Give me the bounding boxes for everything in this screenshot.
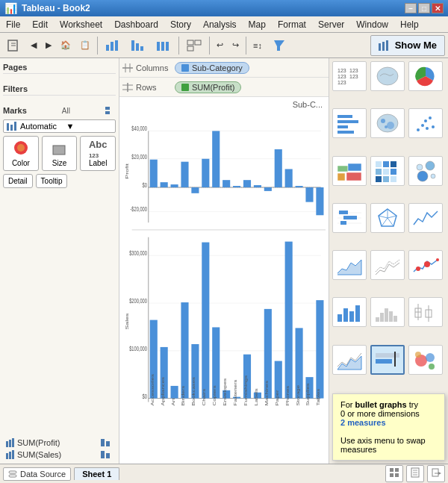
show-me-header-btn[interactable]: Show Me bbox=[370, 35, 445, 56]
rows-icon bbox=[122, 83, 133, 92]
tooltip-btn[interactable]: Tooltip bbox=[36, 174, 68, 188]
menu-dashboard[interactable]: Dashboard bbox=[108, 18, 164, 31]
svg-rect-158 bbox=[339, 211, 348, 214]
menu-window[interactable]: Window bbox=[350, 18, 394, 31]
chart-histogram[interactable] bbox=[370, 297, 405, 327]
dropdown-arrow: ▼ bbox=[66, 122, 113, 131]
toolbar-back[interactable]: ◀ bbox=[27, 38, 40, 52]
chart-symbol-map[interactable] bbox=[370, 108, 405, 138]
svg-rect-67 bbox=[264, 187, 272, 191]
chart-discrete-line[interactable] bbox=[370, 250, 405, 280]
svg-rect-69 bbox=[285, 169, 293, 187]
export-btn[interactable] bbox=[427, 465, 445, 482]
toolbar-new[interactable] bbox=[3, 37, 25, 54]
svg-line-165 bbox=[382, 218, 388, 226]
status-icons bbox=[385, 465, 445, 482]
label-mark-btn[interactable]: Abc123 Label bbox=[80, 136, 116, 171]
chart-treemap[interactable] bbox=[408, 156, 443, 186]
chart-hbar[interactable] bbox=[332, 108, 367, 138]
window-title: Tableau - Book2 bbox=[22, 3, 90, 13]
sheet1-tab[interactable]: Sheet 1 bbox=[74, 467, 119, 480]
size-mark-btn[interactable]: Size bbox=[42, 136, 78, 171]
toolbar-refresh[interactable]: ↩ bbox=[213, 38, 227, 52]
svg-rect-194 bbox=[395, 468, 399, 472]
svg-rect-185 bbox=[376, 359, 392, 364]
chart-line[interactable] bbox=[408, 203, 443, 233]
svg-rect-9 bbox=[157, 42, 160, 51]
page-view-btn[interactable] bbox=[406, 465, 424, 482]
svg-text:Paper: Paper bbox=[275, 390, 279, 406]
toolbar-chart3[interactable] bbox=[152, 37, 175, 54]
chart-gantt[interactable] bbox=[332, 203, 367, 233]
color-mark-btn[interactable]: Color bbox=[3, 136, 39, 171]
rows-pill[interactable]: SUM(Profit) bbox=[175, 81, 241, 93]
chart-packed-bubbles[interactable] bbox=[408, 345, 443, 375]
menu-analysis[interactable]: Analysis bbox=[197, 18, 243, 31]
toolbar-chart2[interactable] bbox=[126, 37, 150, 54]
toolbar-layout[interactable] bbox=[182, 37, 206, 54]
toolbar-copy[interactable]: 📋 bbox=[76, 38, 94, 52]
toolbar-redo[interactable]: ↪ bbox=[228, 38, 243, 52]
dimension-icon bbox=[181, 64, 189, 72]
menu-worksheet[interactable]: Worksheet bbox=[54, 18, 108, 31]
chart-filled-map[interactable] bbox=[332, 156, 367, 186]
detail-btn[interactable]: Detail bbox=[3, 174, 33, 188]
svg-text:Storage: Storage bbox=[296, 385, 300, 406]
marks-type-dropdown[interactable]: Automatic ▼ bbox=[3, 119, 116, 133]
chart-bullet-selected[interactable] bbox=[370, 345, 405, 375]
menu-help[interactable]: Help bbox=[394, 18, 425, 31]
chart-pie[interactable] bbox=[408, 61, 443, 91]
svg-rect-22 bbox=[10, 125, 13, 131]
chart-dual-axis[interactable] bbox=[408, 250, 443, 280]
toolbar-filter[interactable] bbox=[267, 37, 291, 54]
menu-bar: File Edit Worksheet Dashboard Story Anal… bbox=[0, 16, 448, 33]
toolbar-sort[interactable]: ≡↕ bbox=[249, 39, 266, 52]
svg-rect-148 bbox=[376, 176, 382, 182]
chart-polygon[interactable] bbox=[370, 203, 405, 233]
svg-point-154 bbox=[431, 174, 435, 178]
columns-pill[interactable]: Sub-Category bbox=[175, 62, 249, 74]
chart-text-table[interactable]: 123123123123123 bbox=[332, 61, 367, 91]
chart-bullet-area[interactable] bbox=[332, 345, 367, 375]
menu-map[interactable]: Map bbox=[243, 18, 272, 31]
menu-edit[interactable]: Edit bbox=[26, 18, 54, 31]
svg-rect-31 bbox=[106, 441, 110, 446]
svg-rect-30 bbox=[101, 439, 105, 446]
toolbar-chart1[interactable] bbox=[101, 37, 125, 54]
measure-icon-sales bbox=[6, 450, 15, 459]
data-source-btn[interactable]: Data Source bbox=[3, 467, 71, 481]
chart-heat-map[interactable] bbox=[370, 156, 405, 186]
svg-text:Binders: Binders bbox=[181, 385, 185, 405]
toolbar: ◀ ▶ 🏠 📋 ↩ ↪ ≡↕ Show Me bbox=[0, 33, 448, 58]
svg-rect-58 bbox=[171, 184, 178, 187]
toolbar-home[interactable]: 🏠 bbox=[57, 38, 75, 52]
svg-rect-201 bbox=[432, 469, 438, 476]
chart-vbar[interactable] bbox=[332, 297, 367, 327]
menu-file[interactable]: File bbox=[0, 18, 26, 31]
sum-profit-item[interactable]: SUM(Profit) bbox=[3, 437, 116, 449]
svg-text:$0: $0 bbox=[143, 392, 147, 400]
chart-geo[interactable] bbox=[370, 61, 405, 91]
toolbar-forward[interactable]: ▶ bbox=[42, 38, 55, 52]
show-me-panel: 123123123123123 bbox=[329, 58, 448, 464]
svg-rect-172 bbox=[349, 311, 354, 322]
svg-rect-61 bbox=[202, 159, 209, 187]
marks-label: Marks bbox=[3, 105, 27, 116]
svg-text:$100,000: $100,000 bbox=[129, 344, 147, 352]
minimize-button[interactable]: – bbox=[405, 3, 417, 13]
svg-rect-143 bbox=[383, 161, 389, 167]
menu-story[interactable]: Story bbox=[164, 18, 197, 31]
svg-rect-60 bbox=[191, 187, 199, 193]
chart-boxplot[interactable] bbox=[408, 297, 443, 327]
chart-area[interactable] bbox=[332, 250, 367, 280]
chart-scatter[interactable] bbox=[408, 108, 443, 138]
menu-server[interactable]: Server bbox=[312, 18, 350, 31]
svg-rect-66 bbox=[254, 185, 261, 187]
maximize-button[interactable]: □ bbox=[418, 3, 430, 13]
menu-format[interactable]: Format bbox=[272, 18, 312, 31]
grid-view-btn[interactable] bbox=[385, 465, 403, 482]
chart-svg: $40,000 $20,000 $0 -$20,000 Profit bbox=[122, 109, 326, 461]
close-button[interactable]: ✕ bbox=[432, 3, 444, 13]
svg-rect-19 bbox=[105, 107, 110, 110]
sum-sales-item[interactable]: SUM(Sales) bbox=[3, 449, 116, 461]
